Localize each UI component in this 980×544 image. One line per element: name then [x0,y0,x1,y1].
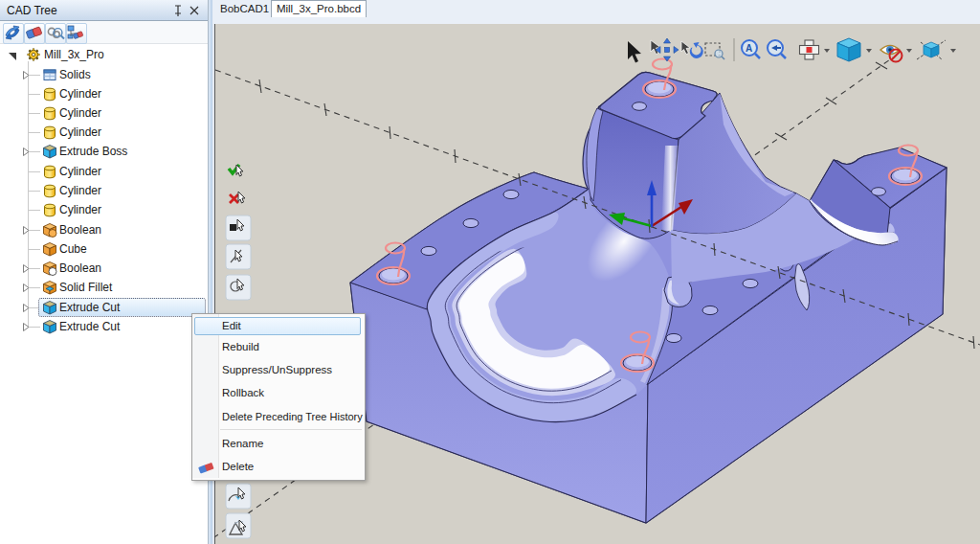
svg-text:A: A [746,43,752,54]
